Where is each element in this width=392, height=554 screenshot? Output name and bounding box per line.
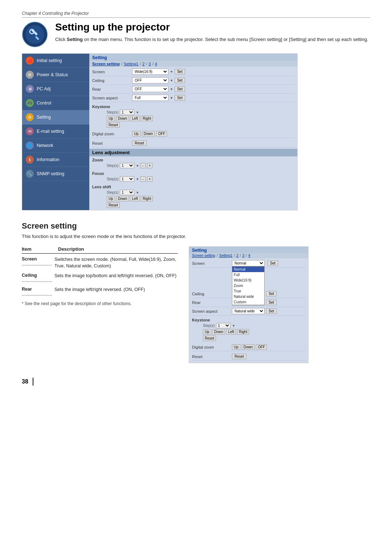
sidebar-item-network[interactable]: 🌐 Network — [22, 139, 89, 153]
title-section: Setting up the projector Click Setting o… — [22, 21, 370, 48]
opt-zoom[interactable]: Zoom — [232, 283, 264, 288]
lens-shift-down-button[interactable]: Down — [116, 196, 129, 201]
screen-setting-description: This function is to adjust the screen mo… — [22, 234, 370, 239]
panel2-digital-zoom-up[interactable]: Up — [232, 344, 240, 350]
panel2-screen-control: Normal Normal Full Wide(16:9) Zoom True … — [232, 260, 278, 266]
screen-aspect-control: Full ▼ Set — [132, 95, 185, 101]
ceiling-dots: ........................ — [22, 278, 52, 283]
sidebar-label-network: Network — [37, 143, 53, 148]
panel2-keystone-right[interactable]: Right — [237, 329, 249, 335]
sidebar-item-snmp-setting[interactable]: 🔧 SNMP setting — [22, 167, 89, 181]
lens-shift-left-button[interactable]: Left — [130, 196, 140, 201]
panel2-screen-aspect-control: Natural wide Set — [232, 308, 277, 314]
panel2-rear-set-button[interactable]: Set — [266, 300, 277, 305]
sidebar-item-information[interactable]: ℹ Information — [22, 153, 89, 167]
panel2-reset-button[interactable]: Reset — [232, 354, 246, 359]
lens-shift-steps-select[interactable]: 1 — [120, 190, 134, 195]
digital-zoom-down-button[interactable]: Down — [142, 131, 155, 136]
panel2-keystone-down[interactable]: Down — [212, 329, 225, 335]
reset-setting-row: Reset Reset — [92, 139, 294, 147]
sidebar-item-control[interactable]: 🎮 Control — [22, 96, 89, 110]
panel2-keystone-left[interactable]: Left — [226, 329, 236, 335]
panel2-digital-zoom-setting-row: Digital zoom Up Down OFF — [192, 343, 305, 351]
focus-minus-button[interactable]: - — [140, 176, 145, 182]
panel2-screen-set-button[interactable]: Set — [268, 260, 278, 266]
screen-control: Wide(16:9) ▼ Set — [132, 69, 185, 75]
opt-custom[interactable]: Custom — [232, 299, 264, 305]
digital-zoom-up-button[interactable]: Up — [132, 131, 140, 136]
panel2-digital-zoom-off[interactable]: OFF — [256, 344, 267, 350]
panel2-tab-setting1[interactable]: Setting1 — [219, 254, 233, 258]
panel2-screen-select[interactable]: Normal — [232, 260, 265, 266]
panel2-tab-screen-setting[interactable]: Screen setting — [192, 254, 215, 258]
sidebar-label-pc: PC Adj — [37, 86, 50, 91]
sidebar-item-pc-adj[interactable]: 🖥 PC Adj — [22, 82, 89, 96]
zoom-plus-button[interactable]: + — [147, 163, 153, 168]
rear-control: OFF ▼ Set — [132, 86, 185, 92]
opt-natural-wide[interactable]: Natural wide — [232, 294, 264, 299]
panel2-keystone-arrow: ▼ — [232, 324, 235, 328]
lens-adjustment-title: Lens adjustment — [89, 149, 297, 156]
panel2-tab-3[interactable]: 3 — [242, 254, 245, 258]
opt-true[interactable]: True — [232, 288, 264, 294]
panel2-tab-2[interactable]: 2 — [236, 254, 238, 258]
screen-set-button[interactable]: Set — [175, 69, 185, 74]
panel2-reset-setting-row: Reset Reset — [192, 353, 305, 361]
zoom-steps-select[interactable]: 1 — [120, 163, 134, 168]
zoom-minus-button[interactable]: - — [140, 163, 145, 168]
keystone-up-button[interactable]: Up — [107, 116, 115, 121]
screen-aspect-set-button[interactable]: Set — [175, 95, 185, 100]
lens-shift-up-button[interactable]: Up — [107, 196, 115, 201]
panel2-keystone-steps-select[interactable]: 1 — [216, 323, 230, 328]
opt-normal[interactable]: Normal — [232, 267, 264, 272]
focus-plus-button[interactable]: + — [147, 176, 153, 182]
main-settings-panel: Setting Screen setting / Setting1 / 2 / … — [89, 54, 297, 210]
sidebar-item-initial-setting[interactable]: 🔴 Initial setting — [22, 54, 89, 68]
panel2-screen-aspect-set-button[interactable]: Set — [266, 308, 277, 314]
panel2-keystone-reset[interactable]: Reset — [203, 336, 216, 341]
panel2-screen-aspect-select[interactable]: Natural wide — [232, 308, 265, 314]
sidebar-item-setting[interactable]: ⚙ Setting — [22, 110, 89, 124]
rear-select[interactable]: OFF — [132, 86, 168, 92]
opt-wide[interactable]: Wide(16:9) — [232, 278, 264, 283]
keystone-steps-label: Step(s) — [107, 110, 118, 114]
tab-2[interactable]: 2 — [142, 62, 144, 66]
ceiling-set-button[interactable]: Set — [175, 78, 185, 83]
keystone-left-button[interactable]: Left — [130, 116, 140, 121]
screen-aspect-row: Screen aspect Full ▼ Set — [92, 94, 294, 102]
panel2-ceiling-set-button[interactable]: Set — [266, 291, 277, 296]
item-name-screen: Screen ........................ — [22, 257, 51, 269]
sidebar-item-email-setting[interactable]: ✉ E-mail setting — [22, 124, 89, 139]
keystone-steps-select[interactable]: 1 — [120, 110, 134, 115]
rear-set-button[interactable]: Set — [175, 86, 185, 92]
tab-screen-setting[interactable]: Screen setting — [92, 62, 120, 66]
focus-steps-select[interactable]: 1 — [120, 176, 134, 182]
opt-full[interactable]: Full — [232, 272, 264, 278]
keystone-reset-button[interactable]: Reset — [107, 122, 120, 128]
screen-select[interactable]: Wide(16:9) — [132, 69, 168, 75]
sidebar-item-power-status[interactable]: ⚙ Power & Status — [22, 68, 89, 82]
panel2-screen-aspect-row: Screen aspect Natural wide Set — [192, 307, 305, 316]
keystone-right-button[interactable]: Right — [141, 116, 153, 121]
digital-zoom-off-button[interactable]: OFF — [156, 131, 167, 136]
lens-shift-right-button[interactable]: Right — [141, 196, 153, 201]
reset-button[interactable]: Reset — [132, 140, 147, 146]
lens-zoom-section: Zoom Step(s) 1 ▼ - + — [89, 156, 297, 171]
keystone-down-button[interactable]: Down — [116, 116, 129, 121]
digital-zoom-control: Up Down OFF — [132, 131, 167, 136]
item-name-ceiling: Ceiling ........................ — [22, 273, 51, 283]
setting-icon: ⚙ — [26, 113, 34, 121]
screen-aspect-select[interactable]: Full — [132, 95, 168, 101]
lens-shift-reset-button[interactable]: Reset — [107, 202, 120, 208]
tab-4[interactable]: 4 — [155, 62, 157, 66]
table-row-rear: Rear ........................ Sets the i… — [22, 287, 178, 297]
panel2-digital-zoom-down[interactable]: Down — [242, 344, 255, 350]
ceiling-setting-row: Ceiling OFF ▼ Set — [92, 76, 294, 85]
panel2-keystone-up[interactable]: Up — [203, 329, 211, 335]
tab-3[interactable]: 3 — [149, 62, 151, 66]
lens-shift-steps-arrow: ▼ — [136, 191, 139, 194]
tab-setting1[interactable]: Setting1 — [124, 62, 138, 66]
sidebar-label-power: Power & Status — [37, 72, 68, 77]
panel2-tab-4[interactable]: 4 — [248, 254, 250, 258]
ceiling-select[interactable]: OFF — [132, 77, 168, 83]
